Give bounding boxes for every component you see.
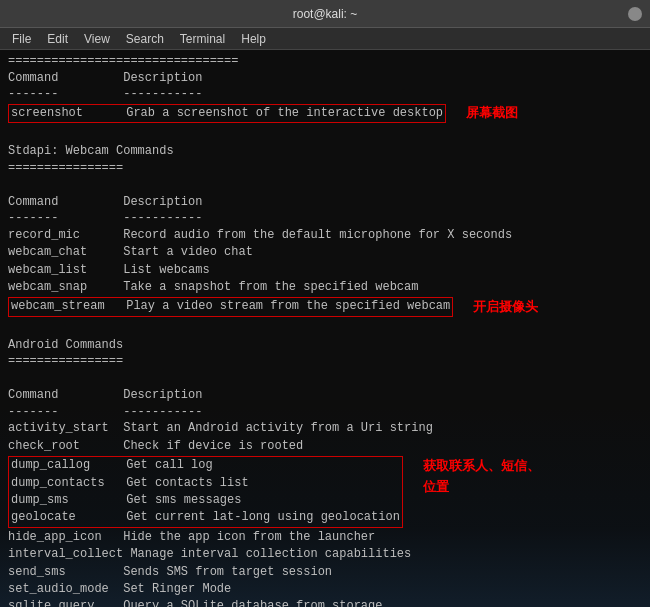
android-geolocate: geolocate Get current lat-long using geo… [11, 509, 400, 526]
col-divider-1: ------- ----------- [8, 87, 642, 103]
menu-terminal[interactable]: Terminal [172, 32, 233, 46]
webcam-annotation: 开启摄像头 [473, 298, 538, 316]
webcam-snap: webcam_snap Take a snapshot from the spe… [8, 279, 642, 296]
webcam-stream-highlight: webcam_stream Play a video stream from t… [8, 297, 453, 316]
android-multi-highlight-box: dump_callog Get call log dump_contacts G… [8, 456, 403, 528]
android-col-header: Command Description [8, 387, 642, 404]
menu-bar: File Edit View Search Terminal Help [0, 28, 650, 50]
android-hide-app: hide_app_icon Hide the app icon from the… [8, 529, 642, 546]
title-bar: root@kali: ~ [0, 0, 650, 28]
android-dump-sms: dump_sms Get sms messages [11, 492, 400, 509]
webcam-col-header: Command Description [8, 194, 642, 211]
webcam-divider: ================ [8, 161, 642, 177]
android-dump-callog: dump_callog Get call log [11, 457, 400, 474]
close-button[interactable] [628, 7, 642, 21]
android-divider: ================ [8, 354, 642, 370]
screenshot-annotation: 屏幕截图 [466, 104, 518, 122]
terminal[interactable]: ================================ Command… [0, 50, 650, 607]
top-divider: ================================ [8, 54, 642, 70]
android-send-sms: send_sms Sends SMS from target session [8, 564, 642, 581]
webcam-list: webcam_list List webcams [8, 262, 642, 279]
android-col-divider: ------- ----------- [8, 405, 642, 421]
col-header-1: Command Description [8, 70, 642, 87]
menu-help[interactable]: Help [233, 32, 274, 46]
screenshot-highlight-row: screenshot Grab a screenshot of the inte… [8, 104, 446, 123]
android-check-root: check_root Check if device is rooted [8, 438, 642, 455]
android-section-header: Android Commands [8, 337, 642, 354]
webcam-stream-wrapper: webcam_stream Play a video stream from t… [8, 297, 642, 316]
menu-view[interactable]: View [76, 32, 118, 46]
menu-edit[interactable]: Edit [39, 32, 76, 46]
terminal-content: ================================ Command… [8, 54, 642, 607]
menu-file[interactable]: File [4, 32, 39, 46]
android-multi-highlight-wrapper: dump_callog Get call log dump_contacts G… [8, 456, 642, 528]
android-sqlite: sqlite_query Query a SQLite database fro… [8, 598, 642, 607]
webcam-chat: webcam_chat Start a video chat [8, 244, 642, 261]
title-bar-title: root@kali: ~ [293, 7, 358, 21]
webcam-section-header: Stdapi: Webcam Commands [8, 143, 642, 160]
menu-search[interactable]: Search [118, 32, 172, 46]
android-audio-mode: set_audio_mode Set Ringer Mode [8, 581, 642, 598]
screenshot-highlight-wrapper: screenshot Grab a screenshot of the inte… [8, 104, 642, 123]
webcam-record-mic: record_mic Record audio from the default… [8, 227, 642, 244]
android-interval: interval_collect Manage interval collect… [8, 546, 642, 563]
android-activity-start: activity_start Start an Android activity… [8, 420, 642, 437]
webcam-col-divider: ------- ----------- [8, 211, 642, 227]
android-annotation: 获取联系人、短信、位置 [423, 456, 540, 498]
android-dump-contacts: dump_contacts Get contacts list [11, 475, 400, 492]
